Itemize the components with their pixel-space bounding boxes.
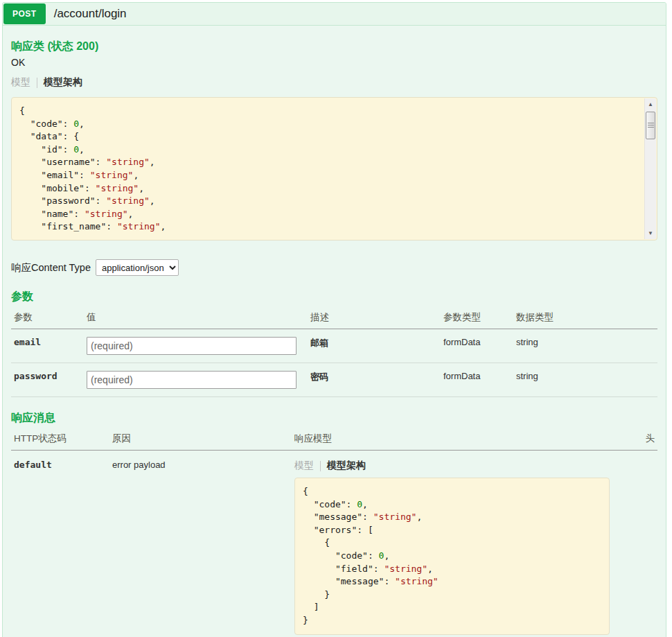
code-scrollbar[interactable]: ▲ ▼ bbox=[644, 98, 656, 239]
parameters-header-row: 参数 值 描述 参数类型 数据类型 bbox=[11, 307, 657, 329]
response-model-tabs: 模型 模型架构 bbox=[11, 76, 657, 89]
operation-heading-bar[interactable]: POST /account/login bbox=[3, 3, 666, 26]
parameter-row-email: email 邮箱 formData string bbox=[11, 329, 657, 363]
parameter-param-type: formData bbox=[441, 363, 513, 397]
api-operation-panel: POST /account/login 响应类 (状态 200) OK 模型 模… bbox=[2, 2, 666, 637]
col-header-reason: 原因 bbox=[109, 428, 292, 451]
tab-model-schema[interactable]: 模型架构 bbox=[327, 460, 366, 472]
tab-divider bbox=[320, 461, 321, 471]
tab-model-schema[interactable]: 模型架构 bbox=[44, 76, 82, 89]
col-header-value: 值 bbox=[84, 307, 308, 329]
response-messages-heading: 响应消息 bbox=[11, 411, 657, 426]
response-status-text: OK bbox=[11, 57, 657, 68]
error-schema-code: { "code": 0, "message": "string", "error… bbox=[295, 478, 609, 634]
error-schema-block: { "code": 0, "message": "string", "error… bbox=[294, 478, 610, 635]
parameter-row-password: password 密码 formData string bbox=[11, 363, 657, 397]
scroll-down-icon[interactable]: ▼ bbox=[645, 228, 656, 238]
email-field[interactable] bbox=[87, 337, 297, 355]
parameters-heading: 参数 bbox=[11, 290, 657, 304]
col-header-headers: 头 bbox=[619, 428, 657, 451]
col-header-data-type: 数据类型 bbox=[513, 307, 657, 329]
col-header-http-status: HTTP状态码 bbox=[11, 428, 109, 451]
tab-divider bbox=[37, 78, 37, 88]
parameter-name: password bbox=[11, 363, 84, 397]
tab-model[interactable]: 模型 bbox=[294, 460, 314, 472]
response-reason: error payload bbox=[109, 451, 292, 637]
parameter-param-type: formData bbox=[441, 329, 513, 363]
response-schema-code: { "code": 0, "data": { "id": 0, "usernam… bbox=[12, 98, 657, 240]
http-method-badge[interactable]: POST bbox=[3, 3, 46, 24]
response-schema-block: { "code": 0, "data": { "id": 0, "usernam… bbox=[11, 97, 657, 241]
scroll-up-icon[interactable]: ▲ bbox=[645, 99, 656, 110]
parameter-description: 密码 bbox=[308, 363, 441, 397]
parameters-table: 参数 值 描述 参数类型 数据类型 email 邮箱 formData stri… bbox=[11, 307, 657, 397]
operation-content: 响应类 (状态 200) OK 模型 模型架构 { "code": 0, "da… bbox=[3, 40, 666, 637]
response-class-heading: 响应类 (状态 200) bbox=[11, 40, 657, 54]
col-header-description: 描述 bbox=[308, 307, 441, 329]
scrollbar-thumb[interactable] bbox=[646, 112, 655, 139]
response-messages-header-row: HTTP状态码 原因 响应模型 头 bbox=[11, 428, 657, 451]
scrollbar-grip-icon bbox=[648, 123, 654, 128]
response-content-type-select[interactable]: application/json bbox=[96, 259, 179, 276]
tab-model[interactable]: 模型 bbox=[11, 76, 30, 89]
parameter-data-type: string bbox=[513, 363, 657, 397]
response-content-type-row: 响应Content Type application/json bbox=[11, 259, 657, 276]
operation-path-link[interactable]: /account/login bbox=[54, 7, 127, 21]
error-model-tabs: 模型 模型架构 bbox=[294, 460, 616, 472]
parameter-name: email bbox=[11, 329, 84, 363]
col-header-response-model: 响应模型 bbox=[292, 428, 619, 451]
response-messages-table: HTTP状态码 原因 响应模型 头 default error payload … bbox=[11, 428, 657, 637]
col-header-parameter: 参数 bbox=[11, 307, 84, 329]
response-status-code: default bbox=[11, 451, 109, 637]
response-message-row-default: default error payload 模型 模型架构 { "code": … bbox=[11, 451, 657, 637]
parameter-description: 邮箱 bbox=[308, 329, 441, 363]
col-header-param-type: 参数类型 bbox=[441, 307, 513, 329]
response-content-type-label: 响应Content Type bbox=[11, 261, 91, 274]
parameter-data-type: string bbox=[513, 329, 657, 363]
response-headers-cell bbox=[619, 451, 657, 637]
password-field[interactable] bbox=[87, 371, 297, 389]
